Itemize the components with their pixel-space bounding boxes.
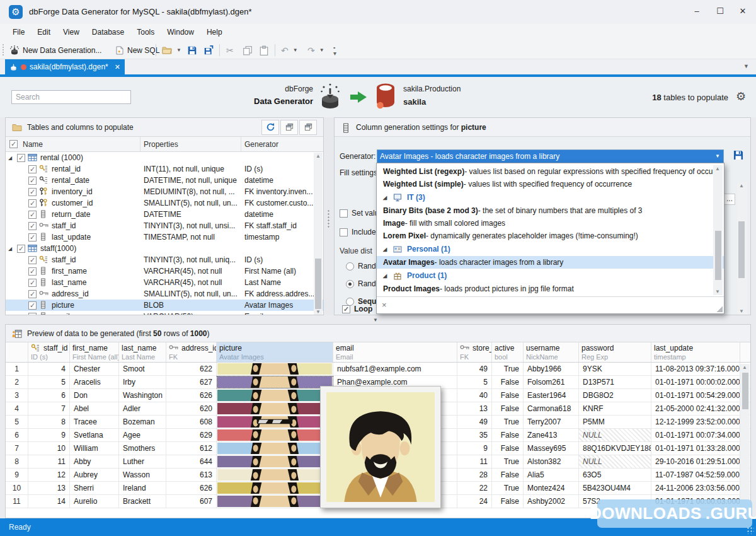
preview-col-header-last_name[interactable]: last_nameLast Name — [119, 342, 166, 362]
dropdown-close-icon[interactable]: × — [382, 300, 387, 310]
cell-last_name[interactable]: Luther — [119, 455, 166, 468]
preview-col-header-store_id[interactable]: store_idFK — [457, 342, 492, 362]
preview-col-header-staff_id[interactable]: staff_idID (s) — [28, 342, 70, 362]
cell-staff_id[interactable]: 14 — [28, 495, 70, 508]
cell-rownum[interactable]: 2 — [6, 376, 28, 388]
checkbox[interactable] — [340, 228, 348, 236]
checkbox-checked[interactable]: ✓ — [342, 305, 350, 313]
scroll-up-arrow[interactable]: ▲ — [713, 166, 722, 172]
dropdown-item[interactable]: Product Images - loads product pictures … — [377, 283, 724, 295]
tree-column-row[interactable]: ✓staff_idTINYINT(3), not null, unsi...FK… — [6, 220, 323, 231]
cell-store_id[interactable]: 49 — [457, 363, 492, 375]
cell-store_id[interactable]: 24 — [457, 495, 492, 508]
cell-staff_id[interactable]: 7 — [28, 402, 70, 415]
tree-scrollbar[interactable]: ▲ ▼ — [314, 153, 323, 315]
cell-active[interactable]: False — [492, 402, 524, 415]
cell-password[interactable]: 63O5 — [579, 469, 651, 481]
new-sql-button[interactable]: New SQL — [111, 43, 163, 57]
undo-button[interactable]: ↶▼ — [278, 43, 302, 57]
more-options-button[interactable]: ... — [724, 194, 735, 205]
cell-last_update[interactable]: 11-07-1987 04:52:59.000 — [651, 469, 740, 481]
cell-first_name[interactable]: Aracelis — [70, 376, 119, 388]
dropdown-resize-grip[interactable] — [716, 306, 723, 312]
cell-last_name[interactable]: Brackett — [119, 495, 166, 508]
cell-last_update[interactable]: 29-10-2016 01:29:51.000 — [651, 455, 740, 468]
cell-active[interactable]: True — [492, 455, 524, 468]
settings-gear-icon[interactable]: ⚙ — [736, 90, 746, 103]
cell-staff_id[interactable]: 10 — [28, 442, 70, 455]
open-dropdown-caret[interactable]: ▼ — [175, 47, 183, 53]
cell-rownum[interactable]: 7 — [6, 442, 28, 455]
cell-address_id[interactable]: 644 — [166, 455, 217, 468]
cell-rownum[interactable]: 11 — [6, 495, 28, 508]
tree-table-row[interactable]: ◢✓staff(1000) — [6, 243, 323, 254]
picture-cell[interactable] — [217, 363, 333, 375]
cell-rownum[interactable]: 10 — [6, 482, 28, 494]
tab-close-icon[interactable]: ✕ — [115, 63, 120, 71]
cell-active[interactable]: False — [492, 495, 524, 508]
document-tab[interactable]: sakila(dbfmylast).dgen* ✕ — [5, 59, 125, 74]
preview-col-header-rownum[interactable] — [6, 342, 28, 362]
tree-column-row[interactable]: ✓address_idSMALLINT(5), not null, un...F… — [6, 288, 323, 300]
cell-first_name[interactable]: Abel — [70, 402, 119, 415]
cell-address_id[interactable]: 627 — [166, 376, 217, 388]
cell-store_id[interactable]: 5 — [457, 376, 492, 388]
undo-dropdown-caret[interactable]: ▼ — [292, 47, 299, 53]
scroll-up-arrow[interactable]: ▲ — [314, 153, 323, 159]
scroll-down-arrow[interactable]: ▼ — [314, 309, 323, 315]
vertical-splitter[interactable] — [324, 117, 334, 315]
search-input[interactable] — [11, 90, 131, 104]
settings-scrollbar[interactable]: ▲ ▼ — [737, 182, 747, 315]
menu-item-help[interactable]: Help — [200, 24, 229, 41]
cell-password[interactable]: 5B423OU4M4 — [579, 482, 651, 494]
scroll-thumb[interactable] — [315, 259, 321, 309]
radio-button-selected[interactable] — [346, 280, 354, 288]
cell-password[interactable]: DBG8O2 — [579, 389, 651, 402]
set-value-checkbox-row[interactable]: Set valu — [340, 209, 379, 218]
cell-first_name[interactable]: Don — [70, 389, 119, 402]
cut-button[interactable]: ✂ — [223, 43, 237, 57]
dropdown-item[interactable]: Weighted List (regexp) - values list bas… — [377, 165, 724, 178]
scroll-up-arrow[interactable]: ▲ — [737, 183, 746, 189]
tree-column-row[interactable]: ✓last_updateTIMESTAMP, not nulltimestamp — [6, 231, 323, 243]
copy-button[interactable] — [239, 43, 256, 57]
preview-row[interactable]: 14ChesterSmoot622 nubfsafr1@example.com4… — [6, 363, 750, 376]
dropdown-item[interactable]: Weighted List (simple) - values list wit… — [377, 178, 724, 190]
dropdown-group[interactable]: ◢Product (1) — [377, 269, 724, 283]
cell-staff_id[interactable]: 8 — [28, 416, 70, 428]
row-checkbox[interactable]: ✓ — [28, 222, 37, 230]
cell-username[interactable]: Alston382 — [524, 455, 579, 468]
cell-last_name[interactable]: Smothers — [119, 442, 166, 455]
tree-column-row[interactable]: ✓rental_idINT(11), not null, uniqueID (s… — [6, 163, 323, 175]
cell-store_id[interactable]: 9 — [457, 442, 492, 455]
scroll-thumb[interactable] — [715, 231, 721, 280]
cell-password[interactable]: 88Q16DKVDJEY188398FL — [579, 442, 651, 455]
cell-password[interactable]: P5MM — [579, 416, 651, 428]
cell-active[interactable]: False — [492, 376, 524, 388]
random2-radio-row[interactable]: Rando — [346, 279, 380, 288]
cell-password[interactable]: NULL — [579, 455, 651, 468]
cell-store_id[interactable]: 13 — [457, 402, 492, 415]
cell-staff_id[interactable]: 13 — [28, 482, 70, 494]
cell-last_update[interactable]: 11-08-2013 09:37:16.000 — [651, 363, 740, 375]
cell-address_id[interactable]: 622 — [166, 363, 217, 375]
scroll-up-arrow[interactable]: ▲ — [740, 364, 749, 370]
collapse-chevron-icon[interactable]: ▼ — [373, 317, 378, 323]
horizontal-splitter[interactable]: ▼ — [0, 315, 756, 324]
picture-cell[interactable] — [217, 416, 333, 428]
cell-username[interactable]: Zane413 — [524, 429, 579, 441]
picture-cell[interactable] — [217, 429, 333, 441]
dropdown-group[interactable]: ◢IT (3) — [377, 190, 724, 204]
scroll-down-arrow[interactable]: ▼ — [713, 289, 722, 294]
cell-rownum[interactable]: 6 — [6, 429, 28, 441]
cell-last_update[interactable]: 01-01-1971 01:33:28.000 — [651, 442, 740, 455]
cell-last_update[interactable]: 24-11-2006 23:03:56.000 — [651, 482, 740, 494]
cell-password[interactable]: D13P571 — [579, 376, 651, 388]
tree-column-row[interactable]: ✓inventory_idMEDIUMINT(8), not null, ...… — [6, 186, 323, 197]
tree-column-row[interactable]: ✓last_nameVARCHAR(45), not nullLast Name — [6, 277, 323, 288]
cell-address_id[interactable]: 620 — [166, 402, 217, 415]
preview-col-header-address_id[interactable]: address_idFK — [166, 342, 217, 362]
cell-address_id[interactable]: 626 — [166, 389, 217, 402]
picture-cell[interactable] — [217, 402, 333, 415]
menu-item-edit[interactable]: Edit — [31, 24, 57, 41]
